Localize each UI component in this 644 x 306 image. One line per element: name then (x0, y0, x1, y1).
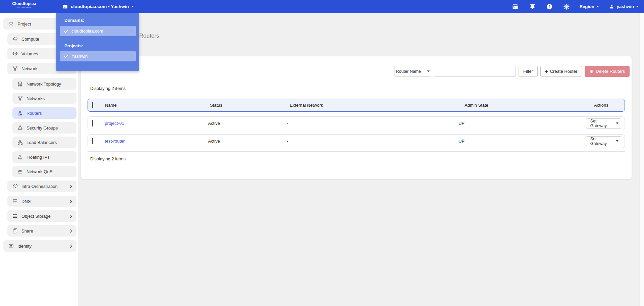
sidebar-item-label: Load Balancers (26, 140, 57, 145)
external-network-value: - (286, 139, 459, 144)
sidebar-item-object-storage[interactable]: Object Storage (7, 210, 76, 222)
sidebar-item-security-groups[interactable]: Security Groups (12, 122, 76, 134)
column-header-name[interactable]: Name (105, 103, 210, 108)
sidebar-item-label: Network Topology (26, 82, 61, 87)
domain-option-cloudtopiaa[interactable]: cloudtopiaa.com (60, 26, 136, 36)
filter-input[interactable] (434, 66, 516, 77)
chevron-right-icon (69, 199, 73, 204)
column-header-admin-state[interactable]: Admin State (465, 103, 594, 108)
create-router-label: Create Router (550, 69, 578, 74)
chevron-down-icon (616, 122, 619, 124)
sidebar-item-load-balancers[interactable]: Load Balancers (12, 137, 76, 148)
admin-state-value: UP (459, 139, 586, 144)
filter-field-label: Router Name = (396, 69, 424, 74)
router-icon (17, 110, 23, 116)
chevron-down-icon (131, 6, 134, 7)
project-icon (8, 21, 14, 27)
context-switcher-dropdown: Domains: cloudtopiaa.com Projects: Yashw… (56, 13, 139, 71)
sidebar-item-share[interactable]: Share (7, 225, 76, 237)
row-checkbox[interactable] (92, 138, 93, 144)
brand-tagline: Your Cloud Partner (9, 6, 40, 8)
select-all-checkbox[interactable] (92, 102, 93, 108)
external-network-value: - (286, 121, 459, 126)
sidebar-item-label: Project (17, 21, 31, 27)
region-label: Region (580, 4, 594, 9)
dns-icon (12, 198, 18, 205)
sidebar-item-floating-ips[interactable]: Floating IPs (12, 151, 76, 163)
sidebar-item-label: Object Storage (21, 214, 51, 219)
sidebar-item-label: Floating IPs (26, 155, 50, 160)
column-header-actions: Actions (594, 103, 621, 108)
navbar-right-cluster: ? Region yashwin (502, 0, 639, 13)
status-value: Active (208, 121, 286, 126)
object-storage-icon (12, 213, 18, 219)
status-value: Active (208, 139, 286, 144)
chevron-right-icon (69, 184, 73, 189)
user-name-label: yashwin (617, 4, 634, 9)
chevron-down-icon (596, 6, 599, 7)
user-menu[interactable]: yashwin (608, 3, 639, 10)
check-icon (64, 54, 68, 59)
create-router-button[interactable]: + Create Router (540, 66, 582, 77)
chevron-down-icon (636, 6, 639, 7)
sidebar-item-label: Volumes (21, 51, 38, 56)
sidebar-item-label: Networks (26, 96, 45, 101)
project-option-label: Yashwin (71, 54, 88, 59)
sidebar-item-network-topology[interactable]: Network Topology (12, 78, 76, 90)
context-switcher-label: cloudtopiaa.com • Yashwin (71, 4, 129, 9)
projects-label: Projects: (64, 43, 83, 48)
sidebar-item-network-qos[interactable]: Network QoS (12, 166, 76, 177)
chevron-right-icon (69, 214, 73, 218)
region-selector[interactable]: Region (580, 4, 599, 9)
admin-state-value: UP (459, 121, 586, 126)
sidebar-item-infra-orchestration[interactable]: Infra Orchestration (7, 181, 76, 192)
router-name-link[interactable]: test-router (105, 139, 124, 144)
user-icon (608, 3, 615, 10)
identity-card-icon (8, 243, 14, 249)
notifications-bell-icon[interactable] (529, 3, 536, 10)
brand-name: Cloudtopiaa (9, 1, 40, 6)
filter-button[interactable]: Filter (519, 66, 538, 77)
set-gateway-button[interactable]: Set Gateway (586, 118, 613, 129)
console-icon[interactable] (512, 3, 519, 10)
table-footer-divider (88, 151, 625, 152)
compute-cloud-icon (12, 36, 18, 42)
row-actions-menu-toggle[interactable] (613, 136, 621, 146)
chevron-down-icon (616, 140, 619, 142)
sidebar-item-identity[interactable]: Identity (3, 240, 76, 252)
sidebar-item-label: Security Groups (26, 125, 58, 131)
router-name-link[interactable]: project-01 (105, 121, 124, 126)
share-documents-icon (12, 228, 18, 234)
row-actions-split-button: Set Gateway (586, 118, 621, 129)
row-actions-split-button: Set Gateway (586, 136, 621, 146)
scrollbar-track[interactable] (639, 13, 644, 306)
sidebar-item-routers[interactable]: Routers (12, 107, 76, 119)
filter-field-select[interactable]: Router Name = (394, 66, 431, 77)
sidebar-item-label: Share (21, 228, 33, 234)
settings-gear-icon[interactable] (563, 3, 570, 10)
column-header-external-network[interactable]: External Network (290, 103, 465, 108)
project-option-yashwin[interactable]: Yashwin (60, 51, 136, 61)
column-header-status[interactable]: Status (210, 103, 290, 108)
sidebar-item-label: DNS (21, 199, 31, 204)
domains-label: Domains: (64, 18, 84, 23)
context-switcher[interactable]: cloudtopiaa.com • Yashwin (62, 0, 134, 13)
sidebar-item-label: Compute (21, 37, 39, 42)
brand-logo[interactable]: Cloudtopiaa Your Cloud Partner (9, 1, 40, 8)
row-checkbox[interactable] (92, 120, 93, 126)
help-icon[interactable]: ? (546, 3, 553, 10)
chevron-down-icon (427, 70, 430, 72)
delete-routers-label: Delete Routers (596, 69, 625, 74)
sidebar-item-dns[interactable]: DNS (7, 196, 76, 207)
infra-orchestration-icon (12, 183, 18, 190)
svg-text:?: ? (548, 4, 551, 8)
set-gateway-button[interactable]: Set Gateway (586, 136, 613, 146)
page-title: Routers (139, 33, 159, 39)
trash-icon (589, 69, 594, 74)
routers-panel: Router Name = Filter + Create Router Del… (81, 56, 632, 179)
sidebar-item-label: Infra Orchestration (21, 184, 58, 189)
table-row: test-router Active - UP Set Gateway (88, 134, 625, 148)
delete-routers-button[interactable]: Delete Routers (585, 66, 630, 77)
sidebar-item-networks[interactable]: Networks (12, 93, 76, 104)
row-actions-menu-toggle[interactable] (613, 118, 621, 129)
